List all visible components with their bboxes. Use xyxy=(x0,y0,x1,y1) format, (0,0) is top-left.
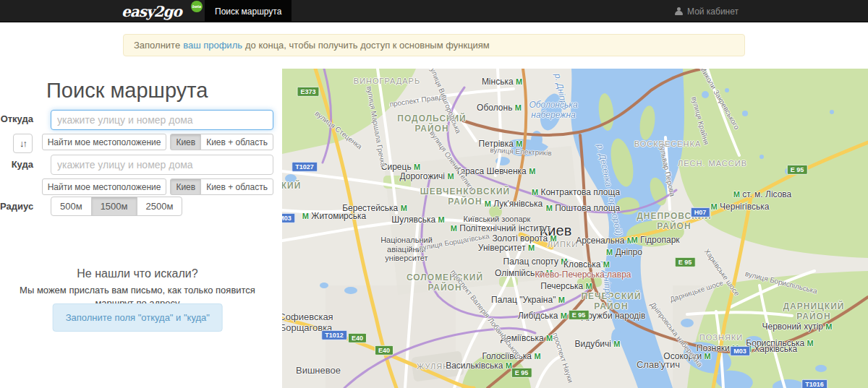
alert-text-suffix: до конца, чтобы получить доступ к основн… xyxy=(245,40,490,51)
to-button-row: Найти мое местоположение Киев Киев + обл… xyxy=(42,178,273,195)
radius-button-group: 500м 1500м 2500м xyxy=(51,197,182,216)
alert-text-prefix: Заполните xyxy=(134,40,180,51)
locate-me-button-from[interactable]: Найти мое местоположение xyxy=(42,134,167,150)
logo[interactable]: easy2go beta xyxy=(122,1,182,22)
kyiv-region-button-from[interactable]: Киев + область xyxy=(200,134,273,150)
beta-badge: beta xyxy=(191,1,203,12)
my-account-link[interactable]: Мой кабинет xyxy=(675,0,739,22)
kyiv-region-button-to[interactable]: Киев + область xyxy=(200,178,273,195)
radius-1500-button[interactable]: 1500м xyxy=(91,197,137,216)
from-button-row: Найти мое местоположение Киев Киев + обл… xyxy=(42,134,273,150)
top-navbar: easy2go beta Поиск маршрута Мой кабинет xyxy=(0,0,868,22)
logo-text: easy2go xyxy=(122,3,182,20)
city-kyiv-button-from[interactable]: Киев xyxy=(170,134,201,150)
from-input[interactable] xyxy=(51,110,273,130)
person-icon xyxy=(675,7,683,15)
page: easy2go beta Поиск маршрута Мой кабинет … xyxy=(0,0,868,388)
map-canvas xyxy=(282,69,868,388)
not-found-title: Не нашли что искали? xyxy=(0,267,275,280)
radius-label: Радиус xyxy=(0,201,33,212)
from-label: Откуда xyxy=(0,113,33,124)
map[interactable]: КиевСофиевская БорщаговкаВишневоеСлав'ут… xyxy=(282,69,868,388)
radius-2500-button[interactable]: 2500м xyxy=(137,197,183,216)
to-label: Куда xyxy=(0,159,33,170)
profile-link[interactable]: ваш профиль xyxy=(183,40,242,51)
swap-directions-button[interactable]: ↓↑ xyxy=(13,134,33,153)
radius-500-button[interactable]: 500м xyxy=(51,197,92,216)
tab-route-search[interactable]: Поиск маршрута xyxy=(205,0,292,22)
to-input[interactable] xyxy=(51,155,273,175)
tab-route-search-label: Поиск маршрута xyxy=(215,7,281,17)
notify-me-button[interactable]: Заполните поля "откуда" и "куда" xyxy=(53,303,223,332)
locate-me-button-to[interactable]: Найти мое местоположение xyxy=(42,178,167,195)
my-account-label: Мой кабинет xyxy=(687,7,739,17)
city-kyiv-button-to[interactable]: Киев xyxy=(170,178,201,195)
swap-arrows-icon: ↓↑ xyxy=(20,138,26,149)
profile-alert: Заполните ваш профиль до конца, чтобы по… xyxy=(123,34,745,56)
page-title: Поиск маршрута xyxy=(46,79,208,103)
route-search-panel: Поиск маршрута Откуда Найти мое местопол… xyxy=(0,69,282,388)
